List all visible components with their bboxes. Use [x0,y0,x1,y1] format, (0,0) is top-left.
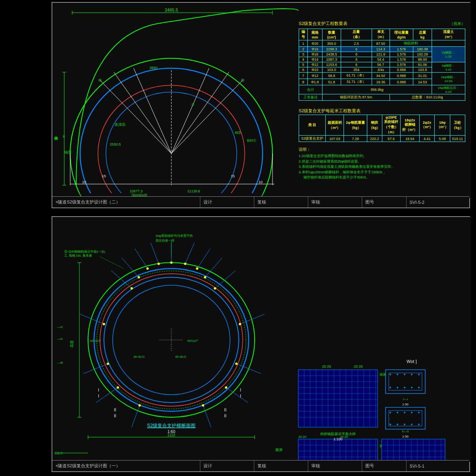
table1-title: S2级复合支护工程数量表 [299,21,347,27]
bottom-approve-cell: 审核 [308,461,362,471]
svg-point-171 [411,387,413,388]
svg-point-177 [390,412,391,413]
bottom-panel: 1 / 1 S2级复合支护横断面图 1:60 [52,216,470,472]
svg-point-180 [411,412,413,413]
svg-point-80 [107,363,109,365]
svg-point-185 [411,424,413,425]
svg-text:1:50: 1:50 [402,403,409,406]
svg-point-82 [117,386,119,389]
bottom-review-cell: 复核 [254,461,308,471]
svg-text:20  20: 20 20 [354,365,363,369]
svg-point-70 [157,263,160,265]
svg-text:11139.6: 11139.6 [187,189,200,193]
svg-point-83 [225,386,227,389]
top-approve-cell: 审核 [308,197,362,207]
svg-point-186 [418,424,420,425]
quantity-table-2: 类 目 超掘面积（m²） 2φ钢筋重量（kg） 钢拱（kg） φ25PE系统锚杆… [299,115,465,142]
top-drawing-no: SVI-5-2 [407,197,470,207]
svg-point-183 [397,424,398,425]
svg-text:15: 15 [231,174,235,178]
svg-text:友清⑤: 友清⑤ [115,123,125,127]
svg-text:II: II [224,413,226,418]
notes-title: 说明： [299,147,465,152]
svg-text:II—II: II—II [402,430,409,433]
bottom-project-name: ×隧道S2级复合支护设计图（一） [52,461,200,471]
svg-point-79 [239,323,241,325]
svg-text:65~80-O: 65~80-O [175,355,186,358]
svg-text:I: I [240,388,241,392]
note-line-2: 2.拱架二次衬砌采用系统25φ锚杆设置。 [299,159,465,165]
svg-text:锚⑤: 锚⑤ [64,150,71,154]
svg-text:II: II [114,407,116,412]
svg-text:10: 10 [259,180,263,184]
svg-point-169 [397,387,398,388]
svg-rect-43 [52,217,471,462]
svg-point-85 [202,404,204,407]
svg-point-178 [397,412,398,413]
svg-text:II: II [114,413,116,418]
svg-text:I—I: I—I [403,397,408,401]
svg-text:—III: —III [57,361,63,365]
svg-text:初衬①: 初衬① [247,139,256,142]
svg-text:2550.5: 2550.5 [110,142,121,146]
top-drawing-no-label: 图号 [362,197,407,207]
note-line-5: 钢空锁杆体后段脚锚杆长度不少于80KN。 [299,175,465,180]
quantity-table-1: 编号 规格mm 数量(cm²) 总量（条） 单支（m） 理论重量dg/m 总重k… [299,29,465,101]
svg-text:2830: 2830 [150,66,157,70]
svg-text:—H: —H [57,325,63,329]
svg-point-76 [131,287,133,290]
svg-point-165 [404,374,405,375]
top-title-block: ×隧道S2级复合支护设计图（二） 设计 复核 审核 图号 SVI-5-2 [52,196,469,207]
svg-point-181 [418,412,420,413]
bottom-title-block: ×隧道S2级复合支护设计图（一） 设计 复核 审核 图号 SVI-5-1 [52,460,469,471]
top-design-cell: 设计 [200,197,254,207]
svg-text:I: I [240,393,241,398]
svg-point-81 [235,363,238,365]
svg-point-164 [397,374,398,375]
svg-text:②: ② [191,103,194,107]
svg-text:2465.5: 2465.5 [165,8,178,12]
svg-text:097/127°: 097/127° [90,340,101,342]
svg-text:锚⑤: 锚⑤ [234,131,241,134]
table1-unit: （兆米） [449,21,465,27]
svg-text:仰拱钢筋展示平面大样: 仰拱钢筋展示平面大样 [320,432,356,436]
svg-point-166 [411,374,413,375]
svg-text:I: I [98,393,99,398]
svg-text:高度: 高度 [70,340,74,347]
svg-point-69 [170,261,173,264]
svg-point-75 [204,276,206,278]
svg-text:20φ系统锚杆均匀布置于拱: 20φ系统锚杆均匀布置于拱 [155,234,193,238]
svg-text:20  20: 20 20 [322,365,331,369]
svg-point-179 [404,412,405,413]
svg-point-170 [404,387,405,388]
notes-section: 说明： 1.S2级复合支护选用图纸份数如附表所列。 2.拱架二次衬砌采用系统25… [299,147,465,180]
svg-text:—H: —H [57,337,63,341]
note-line-4: 4.单杆1φ≥20mm锁脚锚杆，钢杆体全长不于于180KN， [299,170,465,175]
bottom-drawing-svg: S2级复合支护横断面图 1:60 [52,217,471,462]
svg-point-163 [390,374,391,375]
svg-point-74 [138,276,140,278]
svg-point-78 [103,323,105,325]
svg-text:S2级复合支护横断面图: S2级复合支护横断面图 [147,423,196,428]
note-line-3: 3.系统锚杆均须在混凝土浇筑前准确检查位置并有效率完毕。 [299,164,465,170]
svg-text:65~80-O: 65~80-O [134,355,145,358]
svg-point-167 [418,374,420,375]
bottom-drawing-no: SVI-5-1 [407,461,470,471]
svg-point-73 [196,267,198,270]
svg-text:①: ① [62,135,65,138]
svg-point-71 [184,263,186,265]
svg-point-84 [138,404,141,407]
svg-text:1:100: 1:100 [334,437,343,441]
svg-text:⑤ 次衬砌钢筋展示平面(一次): ⑤ 次衬砌钢筋展示平面(一次) [64,250,106,253]
top-review-cell: 复核 [254,197,308,207]
top-project-name: ×隧道S2级复合支护设计图（二） [52,197,200,207]
svg-text:1:50: 1:50 [402,435,409,438]
svg-point-184 [404,424,405,425]
svg-point-72 [146,267,149,270]
top-panel: 1 / 1 [52,2,470,208]
svg-text:15: 15 [102,174,106,178]
svg-point-168 [390,387,391,388]
svg-text:肩左右各一排: 肩左右各一排 [155,239,175,242]
svg-text:I: I [98,388,99,392]
bottom-drawing-no-label: 图号 [362,461,407,471]
